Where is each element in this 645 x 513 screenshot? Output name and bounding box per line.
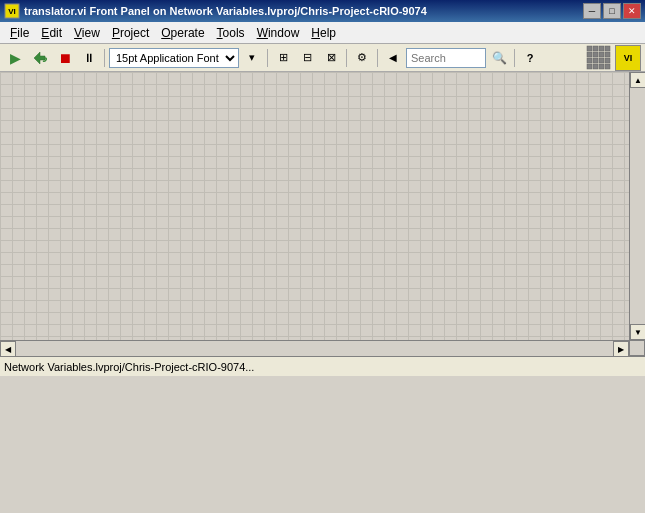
scroll-track-v[interactable] [630, 88, 645, 324]
title-bar: VI translator.vi Front Panel on Network … [0, 0, 645, 22]
svg-rect-9 [599, 52, 604, 57]
svg-rect-16 [593, 64, 598, 69]
svg-rect-12 [593, 58, 598, 63]
menu-bar: File Edit View Project Operate Tools Win… [0, 22, 645, 44]
settings-button[interactable]: ⚙ [351, 47, 373, 69]
run-continuously-button[interactable] [28, 47, 52, 69]
toolbar-separator-5 [514, 49, 515, 67]
scroll-right-button[interactable]: ▶ [613, 341, 629, 356]
svg-rect-10 [605, 52, 610, 57]
menu-help[interactable]: Help [305, 24, 342, 42]
svg-rect-7 [587, 52, 592, 57]
main-canvas[interactable]: ▲ ▼ ◀ ▶ [0, 72, 645, 356]
toolbar-separator-4 [377, 49, 378, 67]
resize-button[interactable]: ⊠ [320, 47, 342, 69]
toolbar-separator-3 [346, 49, 347, 67]
scroll-left-button[interactable]: ◀ [0, 341, 16, 356]
search-icon[interactable]: 🔍 [488, 47, 510, 69]
svg-rect-8 [593, 52, 598, 57]
menu-tools[interactable]: Tools [211, 24, 251, 42]
svg-rect-17 [599, 64, 604, 69]
svg-rect-3 [587, 46, 592, 51]
window-title: translator.vi Front Panel on Network Var… [24, 5, 583, 17]
horizontal-scrollbar[interactable]: ◀ ▶ [0, 340, 629, 356]
scroll-down-button[interactable]: ▼ [630, 324, 645, 340]
toolbar-separator-2 [267, 49, 268, 67]
svg-rect-4 [593, 46, 598, 51]
menu-view[interactable]: View [68, 24, 106, 42]
svg-rect-6 [605, 46, 610, 51]
close-button[interactable]: ✕ [623, 3, 641, 19]
svg-text:VI: VI [8, 7, 16, 16]
run-button[interactable]: ▶ [4, 47, 26, 69]
vertical-scrollbar[interactable]: ▲ ▼ [629, 72, 645, 340]
font-dropdown-button[interactable]: ▾ [241, 47, 263, 69]
svg-rect-15 [587, 64, 592, 69]
scroll-track-h[interactable] [16, 341, 613, 356]
vi-icon: VI [615, 45, 641, 71]
align-button[interactable]: ⊞ [272, 47, 294, 69]
app-icon: VI [4, 3, 20, 19]
minimize-button[interactable]: ─ [583, 3, 601, 19]
svg-rect-18 [605, 64, 610, 69]
svg-marker-2 [34, 52, 45, 64]
menu-project[interactable]: Project [106, 24, 155, 42]
menu-edit[interactable]: Edit [35, 24, 68, 42]
search-input[interactable] [406, 48, 486, 68]
grid-area [0, 72, 629, 340]
status-text: Network Variables.lvproj/Chris-Project-c… [0, 361, 645, 373]
menu-operate[interactable]: Operate [155, 24, 210, 42]
svg-rect-13 [599, 58, 604, 63]
scroll-corner [629, 340, 645, 356]
pause-button[interactable]: ⏸ [78, 47, 100, 69]
ni-grid-icon [586, 45, 614, 71]
svg-rect-5 [599, 46, 604, 51]
toolbar: ▶ ⏹ ⏸ 15pt Application Font ▾ ⊞ ⊟ ⊠ ⚙ ◀ … [0, 44, 645, 72]
svg-rect-14 [605, 58, 610, 63]
scroll-up-button[interactable]: ▲ [630, 72, 645, 88]
menu-file[interactable]: File [4, 24, 35, 42]
svg-rect-11 [587, 58, 592, 63]
distribute-button[interactable]: ⊟ [296, 47, 318, 69]
toolbar-separator-1 [104, 49, 105, 67]
maximize-button[interactable]: □ [603, 3, 621, 19]
status-bar: Network Variables.lvproj/Chris-Project-c… [0, 356, 645, 376]
window-controls: ─ □ ✕ [583, 3, 641, 19]
font-selector[interactable]: 15pt Application Font [109, 48, 239, 68]
search-prev-button[interactable]: ◀ [382, 47, 404, 69]
menu-window[interactable]: Window [251, 24, 306, 42]
help-button[interactable]: ? [519, 47, 541, 69]
abort-button[interactable]: ⏹ [54, 47, 76, 69]
